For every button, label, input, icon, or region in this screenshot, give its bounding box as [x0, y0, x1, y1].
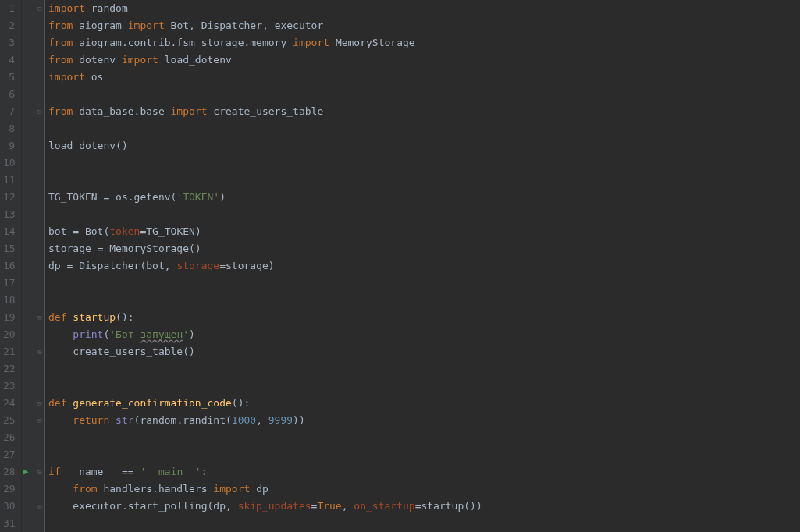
- line-number: 1: [3, 0, 15, 17]
- code-token: ():: [116, 311, 133, 323]
- line-number: 29: [3, 481, 15, 498]
- code-token: ,: [226, 500, 232, 512]
- code-line[interactable]: import os: [48, 69, 800, 86]
- code-line[interactable]: [48, 515, 800, 532]
- code-token: ,: [165, 260, 171, 271]
- code-token: [158, 54, 165, 66]
- line-number: 14: [3, 223, 15, 240]
- code-token: from: [48, 20, 73, 31]
- code-token: ,: [256, 414, 262, 426]
- fold-collapse-icon[interactable]: ⊟: [36, 463, 44, 481]
- code-token: generate_confirmation_code: [73, 397, 232, 409]
- code-line[interactable]: [48, 206, 800, 223]
- code-line[interactable]: def generate_confirmation_code():: [48, 395, 800, 412]
- code-line[interactable]: import random: [48, 0, 800, 17]
- code-token: os.getenv: [109, 191, 170, 203]
- code-line[interactable]: [48, 446, 800, 463]
- code-token: =: [219, 260, 226, 271]
- code-line[interactable]: [48, 429, 800, 446]
- fold-end-icon[interactable]: ⊡: [36, 412, 44, 429]
- code-line[interactable]: [48, 120, 800, 137]
- code-token: import: [128, 20, 165, 31]
- code-token: storage: [226, 260, 268, 271]
- code-token: ): [189, 328, 195, 340]
- code-token: from: [48, 105, 73, 117]
- code-token: executor: [275, 20, 324, 31]
- fold-collapse-icon[interactable]: ⊟: [36, 103, 44, 120]
- code-token: dp: [256, 483, 268, 495]
- run-icon[interactable]: ▶: [23, 463, 29, 481]
- code-line[interactable]: load_dotenv(): [48, 137, 800, 154]
- code-line[interactable]: print('Бот запущен'): [48, 326, 800, 343]
- code-line[interactable]: create_users_table(): [48, 343, 800, 360]
- code-token: Dispatcher: [73, 260, 140, 271]
- code-token: if: [48, 466, 61, 477]
- code-token: aiogram: [79, 20, 122, 31]
- code-token: import: [48, 2, 85, 14]
- line-number: 9: [3, 137, 15, 154]
- code-line[interactable]: executor.start_polling(dp, skip_updates=…: [48, 498, 800, 515]
- code-line[interactable]: bot = Bot(token=TG_TOKEN): [48, 223, 800, 240]
- code-line[interactable]: [48, 154, 800, 172]
- code-line[interactable]: [48, 172, 800, 189]
- line-number: 22: [3, 360, 15, 378]
- code-token: [165, 105, 171, 117]
- code-token: import: [293, 37, 329, 48]
- line-number: 3: [3, 34, 15, 51]
- code-line[interactable]: [48, 378, 800, 395]
- fold-collapse-icon[interactable]: ⊟: [36, 395, 44, 412]
- line-number: 31: [3, 515, 15, 532]
- code-line[interactable]: from dotenv import load_dotenv: [48, 51, 800, 69]
- code-token: executor.start_polling: [73, 500, 207, 512]
- code-line[interactable]: [48, 86, 800, 103]
- code-token: on_startup: [354, 500, 414, 512]
- code-token: startup: [73, 311, 116, 323]
- code-token: [73, 20, 79, 31]
- code-token: ): [268, 260, 275, 271]
- code-token: )): [293, 414, 305, 426]
- code-token: (): [183, 346, 195, 357]
- code-token: dp: [48, 260, 66, 271]
- code-token: [48, 414, 73, 426]
- fold-end-icon[interactable]: ⊡: [36, 498, 44, 515]
- code-token: 'TOKEN': [176, 191, 219, 203]
- line-number: 15: [3, 240, 15, 257]
- code-token: [73, 54, 79, 66]
- code-line[interactable]: [48, 275, 800, 292]
- code-line[interactable]: TG_TOKEN = os.getenv('TOKEN'): [48, 189, 800, 206]
- code-line[interactable]: from aiogram.contrib.fsm_storage.memory …: [48, 34, 800, 51]
- line-number: 25: [3, 412, 15, 429]
- line-number: 6: [3, 86, 15, 103]
- line-number: 23: [3, 378, 15, 395]
- code-editor[interactable]: 1234567891011121314151617181920212223242…: [0, 0, 800, 532]
- code-token: dotenv: [79, 54, 116, 66]
- code-token: random: [91, 2, 128, 14]
- fold-collapse-icon[interactable]: ⊟: [36, 0, 44, 17]
- code-token: data_base.base: [79, 105, 165, 117]
- fold-collapse-icon[interactable]: ⊟: [36, 309, 44, 326]
- line-number: 18: [3, 292, 15, 309]
- code-token: :: [201, 466, 208, 477]
- line-number: 12: [3, 189, 15, 206]
- code-token: dp: [213, 500, 226, 512]
- code-token: [329, 37, 336, 48]
- code-line[interactable]: def startup():: [48, 309, 800, 326]
- code-token: skip_updates: [238, 500, 311, 512]
- code-line[interactable]: from aiogram import Bot, Dispatcher, exe…: [48, 17, 800, 34]
- code-line[interactable]: [48, 360, 800, 378]
- code-line[interactable]: if __name__ == '__main__':: [48, 463, 800, 481]
- code-line[interactable]: [48, 292, 800, 309]
- code-line[interactable]: dp = Dispatcher(bot, storage=storage): [48, 257, 800, 275]
- code-line[interactable]: return str(random.randint(1000, 9999)): [48, 412, 800, 429]
- code-area[interactable]: import randomfrom aiogram import Bot, Di…: [45, 0, 800, 532]
- code-line[interactable]: from handlers.handlers import dp: [48, 481, 800, 498]
- code-line[interactable]: storage = MemoryStorage(): [48, 240, 800, 257]
- code-line[interactable]: from data_base.base import create_users_…: [48, 103, 800, 120]
- fold-end-icon[interactable]: ⊡: [36, 343, 44, 360]
- code-token: [73, 37, 79, 48]
- code-token: ,: [342, 500, 348, 512]
- code-token: =: [73, 225, 79, 237]
- code-token: [232, 500, 238, 512]
- line-number: 7: [3, 103, 15, 120]
- code-token: ': [183, 328, 189, 340]
